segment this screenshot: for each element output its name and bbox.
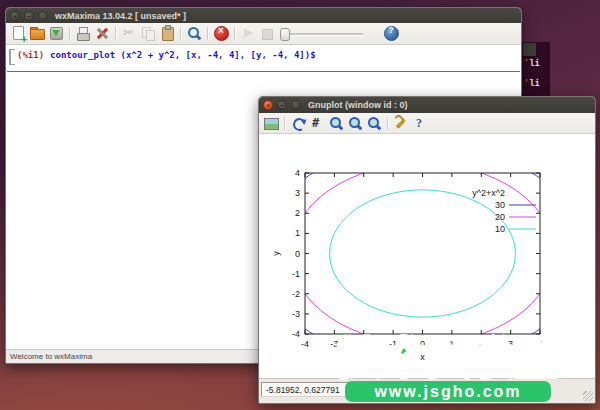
configure-button[interactable]	[94, 25, 111, 42]
save-button[interactable]	[48, 25, 65, 42]
y-tick-label: 0	[295, 249, 300, 259]
y-tick-label: 3	[295, 188, 300, 198]
toolbar-separator	[180, 27, 182, 40]
y-tick-label: 1	[295, 228, 300, 238]
y-axis-label: y	[271, 251, 281, 256]
zoom-next-button[interactable]	[347, 115, 364, 132]
gnuplot-toolbar	[259, 113, 595, 134]
watermark: 技术员联盟 www.jsgho.com	[338, 334, 558, 402]
horizontal-cursor-line	[7, 71, 520, 72]
toolbar-separator	[234, 27, 236, 40]
toolbar-separator	[207, 27, 209, 40]
gnuplot-window-title: Gnuplot (window id : 0)	[308, 100, 407, 110]
desktop: lili wxMaxima 13.04.2 [ unsaved* ] (%i1)…	[0, 0, 600, 410]
resize-grip[interactable]	[583, 391, 593, 401]
slider-handle[interactable]	[280, 28, 290, 41]
contour-ellipse-20	[291, 163, 554, 343]
legend-entry-label: 20	[495, 212, 505, 222]
animation-play-button[interactable]	[240, 25, 257, 42]
wxmaxima-toolbar	[6, 23, 521, 45]
input-cell[interactable]: (%i1)contour_plot (x^2 + y^2, [x, -4, 4]…	[17, 50, 316, 60]
contour-ellipse-10	[330, 190, 516, 317]
toolbar-separator	[387, 117, 389, 130]
open-button[interactable]	[29, 25, 46, 42]
configure-button[interactable]	[393, 115, 410, 132]
wxmaxima-window-title: wxMaxima 13.04.2 [ unsaved* ]	[55, 11, 186, 21]
input-code-text[interactable]: contour_plot (x^2 + y^2, [x, -4, 4], [y,…	[50, 50, 316, 60]
print-button[interactable]	[75, 25, 92, 42]
y-tick-label: 2	[295, 208, 300, 218]
y-tick-label: 4	[295, 168, 300, 178]
terminal-text-line: li	[524, 59, 539, 68]
gnuplot-titlebar[interactable]: Gnuplot (window id : 0)	[259, 97, 595, 113]
toolbar-separator	[284, 117, 286, 130]
slider-track[interactable]	[285, 33, 363, 36]
help-button[interactable]	[383, 25, 400, 42]
help-button[interactable]	[412, 115, 429, 132]
interrupt-button[interactable]	[213, 25, 230, 42]
find-button[interactable]	[186, 25, 203, 42]
new-document-button[interactable]	[10, 25, 27, 42]
replot-button[interactable]	[290, 115, 307, 132]
cut-button[interactable]	[121, 25, 138, 42]
copy-button[interactable]	[140, 25, 157, 42]
cell-bracket	[9, 49, 16, 65]
gnuplot-close-button[interactable]	[263, 100, 273, 110]
gnuplot-maximize-button[interactable]	[291, 100, 301, 110]
watermark-text: 技术员联盟	[338, 334, 558, 380]
watermark-url: www.jsgho.com	[345, 381, 551, 402]
terminal-text-line: li	[524, 79, 539, 88]
toggle-grid-button[interactable]	[309, 115, 326, 132]
gnuplot-minimize-button[interactable]	[277, 100, 287, 110]
y-tick-label: -1	[292, 269, 300, 279]
autoscale-button[interactable]	[366, 115, 383, 132]
animation-stop-button[interactable]	[259, 25, 276, 42]
x-tick-label: -4	[301, 339, 309, 349]
paste-button[interactable]	[159, 25, 176, 42]
y-tick-label: -2	[292, 289, 300, 299]
legend-title: y^2+x^2	[472, 188, 505, 198]
wxmaxima-maximize-button[interactable]	[38, 11, 48, 21]
y-tick-label: -4	[292, 329, 300, 339]
y-tick-label: -3	[292, 309, 300, 319]
zoom-previous-button[interactable]	[328, 115, 345, 132]
legend-entry-label: 10	[495, 224, 505, 234]
input-prompt-label: (%i1)	[17, 50, 44, 60]
toolbar-separator	[69, 27, 71, 40]
animation-slider[interactable]	[278, 25, 366, 42]
legend-entry-label: 30	[495, 200, 505, 210]
wxmaxima-close-button[interactable]	[10, 11, 20, 21]
toolbar-separator	[115, 27, 117, 40]
wxmaxima-status-text: Welcome to wxMaxima	[10, 352, 92, 361]
wxmaxima-minimize-button[interactable]	[24, 11, 34, 21]
wxmaxima-titlebar[interactable]: wxMaxima 13.04.2 [ unsaved* ]	[6, 8, 521, 23]
terminal-tab	[523, 43, 536, 56]
copy-to-clipboard-button[interactable]	[263, 115, 280, 132]
